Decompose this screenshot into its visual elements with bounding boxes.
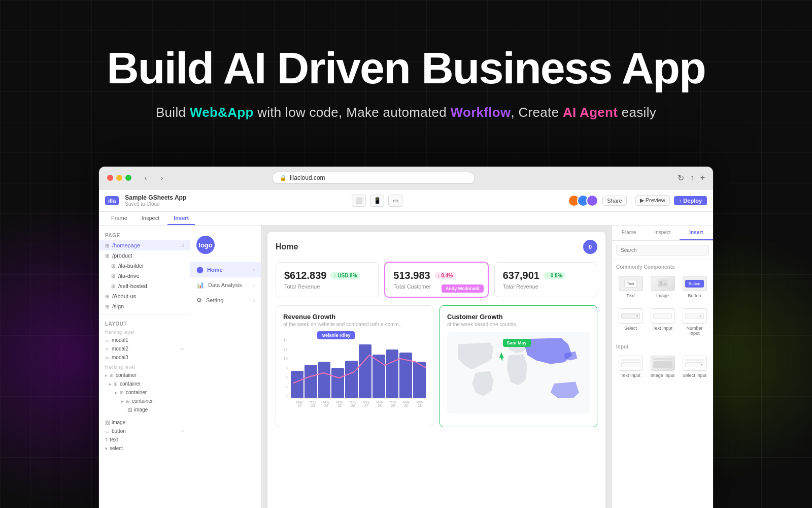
right-tab-inspect[interactable]: Inspect — [646, 226, 679, 240]
right-tab-frame[interactable]: Frame — [612, 226, 646, 240]
stat-badge-2: ↓ 0.4% — [434, 272, 456, 279]
text-preview: Text — [619, 276, 643, 291]
bar-8 — [386, 350, 399, 398]
number-input-component-label: Number Input — [682, 326, 707, 336]
tab-frame[interactable]: Frame — [105, 212, 133, 225]
right-panel-search-area — [612, 241, 713, 260]
sidebar-page-self-hosted[interactable]: ⊞ /self-hosted — [99, 281, 190, 291]
bottom-text[interactable]: T text — [99, 435, 190, 444]
back-button[interactable]: ‹ — [140, 172, 152, 184]
bottom-image[interactable]: 🖼 image — [99, 418, 190, 427]
sidebar-page-about-label: /About-us — [112, 293, 136, 299]
text-input-preview — [651, 308, 675, 324]
right-tab-insert[interactable]: Insert — [680, 226, 713, 240]
modal-icon: ▭ — [105, 346, 110, 352]
hero-title: Build AI Driven Business App — [0, 46, 812, 90]
component-text-input-2[interactable]: Text Input — [616, 354, 645, 380]
sidebar-page-product[interactable]: ⊞ /product — [99, 250, 190, 261]
browser-chrome: ‹ › 🔒 illacloud.com ↻ ↑ + — [99, 167, 713, 189]
new-tab-button[interactable]: + — [700, 173, 705, 183]
layer-modal1[interactable]: ▭ modal1 — [99, 336, 190, 344]
nav-item-setting[interactable]: ⚙ Setting › — [190, 293, 261, 308]
browser-window: ‹ › 🔒 illacloud.com ↻ ↑ + illa Sample GS… — [99, 167, 713, 508]
deploy-button[interactable]: ↑ Deploy — [674, 196, 707, 205]
tree-image-label: image — [134, 407, 148, 412]
homepage-badge: □ — [181, 243, 184, 248]
page-icon: ⊞ — [111, 273, 115, 279]
app-logo: illa — [105, 196, 119, 205]
sidebar-page-ila-drive[interactable]: ⊞ /ila-drive — [99, 271, 190, 281]
lock-icon: 🔒 — [280, 175, 287, 181]
x-axis-labels: May22 May23 May24 May25 May26 May27 May2… — [293, 400, 426, 407]
page-sidebar: PAGE ⊞ /homepage □ ⊞ /product ⊞ /ila-bui… — [99, 226, 190, 508]
layer-modal2[interactable]: ▭ modal2 ∞ — [99, 344, 190, 353]
minimize-dot[interactable] — [116, 175, 122, 181]
preview-button[interactable]: ▶ Preview — [635, 195, 670, 206]
close-dot[interactable] — [107, 175, 113, 181]
expand-icon: ▸ — [105, 373, 108, 378]
app-title: Sample GSheets App — [125, 194, 186, 201]
layer-modal3[interactable]: ▭ modal3 — [99, 353, 190, 362]
layer-modal1-label: modal1 — [112, 337, 128, 343]
component-select-input[interactable]: ▾ Select Input — [680, 354, 709, 380]
component-image-input[interactable]: Image Input — [648, 354, 677, 380]
tablet-view-button[interactable]: ▭ — [388, 195, 402, 207]
modal2-badge: ∞ — [181, 346, 184, 352]
stat-card-3: 637,901 ↑ 0.8% Total Revenue — [494, 262, 597, 297]
tree-container-2[interactable]: ▸ ⊞ container — [99, 379, 190, 388]
sidebar-page-about[interactable]: ⊞ /About-us — [99, 291, 190, 301]
window-controls — [107, 175, 131, 181]
button-component-label: Button — [688, 293, 701, 298]
nav-item-home[interactable]: ⬤ Home › — [190, 262, 261, 277]
sidebar-page-ila-builder[interactable]: ⊞ /ila-builder — [99, 261, 190, 271]
button-preview: Button — [683, 276, 707, 291]
logo-circle: logo — [196, 236, 215, 254]
component-text-input[interactable]: Text Input — [648, 306, 677, 338]
charts-row: Revenue Growth of the week on website an… — [276, 305, 597, 427]
share-button[interactable]: Share — [602, 196, 626, 206]
component-image[interactable]: Image — [648, 274, 677, 300]
tree-container-1-label: container — [116, 372, 137, 378]
maximize-dot[interactable] — [125, 175, 131, 181]
tree-container-4[interactable]: ▸ ⊞ container — [99, 397, 190, 405]
mobile-view-button[interactable]: 📱 — [370, 195, 384, 207]
forward-button[interactable]: › — [156, 172, 168, 184]
share-browser-button[interactable]: ↑ — [690, 173, 694, 183]
bottom-button[interactable]: ▭ button ∞ — [99, 427, 190, 435]
component-button[interactable]: Button Button — [680, 274, 709, 300]
container-icon: ⊞ — [114, 382, 118, 387]
refresh-button[interactable]: ↻ — [678, 173, 684, 183]
tree-image[interactable]: 🖼 image — [99, 405, 190, 414]
sidebar-page-homepage[interactable]: ⊞ /homepage □ — [99, 240, 190, 250]
component-grid-2: ▾ Select Text Input - — [616, 306, 709, 338]
expand-icon: ▸ — [109, 382, 112, 387]
tab-insert[interactable]: Insert — [167, 212, 195, 225]
component-number-input[interactable]: - + Number Input — [680, 306, 709, 338]
tree-container-3[interactable]: ▸ ⊞ container — [99, 388, 190, 397]
tab-inspect[interactable]: Inspect — [136, 212, 165, 225]
revenue-chart-body: 14 12 10 8 6 4 2 — [283, 332, 426, 398]
bottom-text-label: text — [110, 437, 118, 442]
bottom-select[interactable]: ▾ select — [99, 444, 190, 453]
select-input-label: Select Input — [683, 373, 707, 378]
sidebar-page-product-label: /product — [112, 252, 132, 259]
component-text[interactable]: Text Text — [616, 274, 645, 300]
sidebar-page-sign[interactable]: ⊞ /sign — [99, 301, 190, 311]
search-input[interactable] — [616, 245, 709, 256]
home-icon: ⬤ — [196, 266, 203, 273]
modal-icon: ▭ — [105, 338, 110, 343]
nav-item-data-analysis[interactable]: 📊 Data Analysis › — [190, 277, 261, 293]
tree-container-1[interactable]: ▸ ⊞ container — [99, 371, 190, 379]
component-select[interactable]: ▾ Select — [616, 306, 645, 338]
browser-nav: ‹ › — [140, 172, 168, 184]
desktop-view-button[interactable]: ⬜ — [352, 195, 366, 207]
image-preview-icon — [658, 279, 668, 288]
url-bar[interactable]: 🔒 illacloud.com — [272, 172, 475, 184]
image-input-label: Image Input — [651, 373, 675, 378]
page-icon: ⊞ — [105, 304, 109, 309]
y-axis-labels: 14 12 10 8 6 4 2 — [283, 337, 289, 398]
text-component-label: Text — [626, 293, 635, 298]
text-icon: T — [105, 437, 108, 442]
select-input-preview: ▾ — [683, 356, 707, 371]
bar-10 — [413, 362, 426, 398]
